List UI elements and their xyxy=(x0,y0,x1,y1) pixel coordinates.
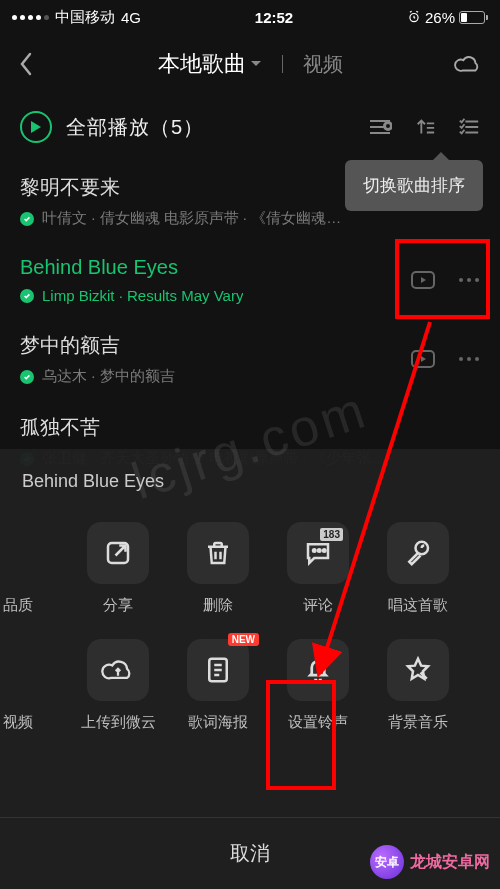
sort-tooltip: 切换歌曲排序 xyxy=(345,160,483,211)
song-title: Behind Blue Eyes xyxy=(20,256,410,279)
action-sheet: Behind Blue Eyes 品质 分享 删除 183 评论 唱这首歌 xyxy=(0,449,500,889)
watermark-logo-text: 龙城安卓网 xyxy=(410,852,490,873)
play-all-row: 全部播放（5） xyxy=(0,94,500,160)
svg-point-14 xyxy=(323,549,326,552)
tab-video[interactable]: 视频 xyxy=(303,51,343,78)
new-badge: NEW xyxy=(228,633,259,646)
song-row[interactable]: 梦中的额吉 乌达木 · 梦中的额吉 xyxy=(0,318,500,400)
multiselect-button[interactable] xyxy=(458,117,480,137)
battery-pct: 26% xyxy=(425,9,455,26)
filter-button[interactable] xyxy=(368,117,392,137)
sheet-item-delete[interactable]: 删除 xyxy=(168,522,268,615)
cloud-upload-icon xyxy=(87,639,149,701)
svg-point-8 xyxy=(459,357,463,361)
play-all-count: （5） xyxy=(150,116,204,138)
sheet-item-comment[interactable]: 183 评论 xyxy=(268,522,368,615)
star-icon xyxy=(387,639,449,701)
sheet-item-upload-cloud[interactable]: 上传到微云 xyxy=(68,639,168,732)
sheet-title: Behind Blue Eyes xyxy=(0,449,500,522)
tab-divider xyxy=(282,55,283,73)
more-button[interactable] xyxy=(458,277,480,283)
poster-icon: NEW xyxy=(187,639,249,701)
svg-point-12 xyxy=(313,549,316,552)
watermark-logo-icon: 安卓 xyxy=(370,845,404,879)
sheet-item-lyric-poster[interactable]: NEW 歌词海报 xyxy=(168,639,268,732)
downloaded-icon xyxy=(20,289,34,303)
comment-count-badge: 183 xyxy=(320,528,343,541)
mv-button[interactable] xyxy=(410,270,436,290)
svg-point-6 xyxy=(475,278,479,282)
song-subtitle: 叶倩文 · 倩女幽魂 电影原声带 · 《倩女幽魂… xyxy=(42,209,341,228)
sheet-item-set-ringtone[interactable]: 设置铃声 xyxy=(268,639,368,732)
mic-icon xyxy=(387,522,449,584)
tab-local-songs[interactable]: 本地歌曲 xyxy=(158,49,262,79)
play-all-label: 全部播放 xyxy=(66,116,150,138)
play-all-button[interactable]: 全部播放（5） xyxy=(20,111,368,143)
sheet-item-bgm[interactable]: 背景音乐 xyxy=(368,639,468,732)
song-subtitle: 乌达木 · 梦中的额吉 xyxy=(42,367,175,386)
sheet-item-quality[interactable]: 品质 xyxy=(0,522,68,615)
signal-dots-icon xyxy=(12,15,49,20)
watermark-logo: 安卓 龙城安卓网 xyxy=(370,845,490,879)
play-icon xyxy=(20,111,52,143)
sheet-row-2: 视频 上传到微云 NEW 歌词海报 设置铃声 背景音乐 xyxy=(0,639,500,756)
song-title: 梦中的额吉 xyxy=(20,332,410,359)
cloud-button[interactable] xyxy=(454,53,482,75)
share-icon xyxy=(87,522,149,584)
tab-label: 本地歌曲 xyxy=(158,49,246,79)
song-row[interactable]: Behind Blue Eyes Limp Bizkit · Results M… xyxy=(0,242,500,318)
more-button[interactable] xyxy=(458,356,480,362)
nav-header: 本地歌曲 视频 xyxy=(0,34,500,94)
svg-point-9 xyxy=(467,357,471,361)
sheet-item-share[interactable]: 分享 xyxy=(68,522,168,615)
chevron-down-icon xyxy=(250,58,262,70)
downloaded-icon xyxy=(20,212,34,226)
status-bar: 中国移动 4G 12:52 26% xyxy=(0,0,500,34)
status-time: 12:52 xyxy=(255,9,293,26)
carrier-label: 中国移动 xyxy=(55,8,115,27)
comment-icon: 183 xyxy=(287,522,349,584)
svg-point-5 xyxy=(467,278,471,282)
svg-point-10 xyxy=(475,357,479,361)
battery-icon xyxy=(459,11,488,24)
sort-button[interactable] xyxy=(414,117,436,137)
svg-point-13 xyxy=(318,549,321,552)
bell-icon xyxy=(287,639,349,701)
svg-point-4 xyxy=(459,278,463,282)
sheet-item-video[interactable]: 视频 xyxy=(0,639,68,732)
mv-button[interactable] xyxy=(410,349,436,369)
back-button[interactable] xyxy=(18,51,46,77)
downloaded-icon xyxy=(20,370,34,384)
sheet-row-1: 品质 分享 删除 183 评论 唱这首歌 xyxy=(0,522,500,639)
song-subtitle: Limp Bizkit · Results May Vary xyxy=(42,287,243,304)
sheet-item-sing[interactable]: 唱这首歌 xyxy=(368,522,468,615)
network-label: 4G xyxy=(121,9,141,26)
alarm-icon xyxy=(407,10,421,24)
song-title: 孤独不苦 xyxy=(20,414,480,441)
trash-icon xyxy=(187,522,249,584)
